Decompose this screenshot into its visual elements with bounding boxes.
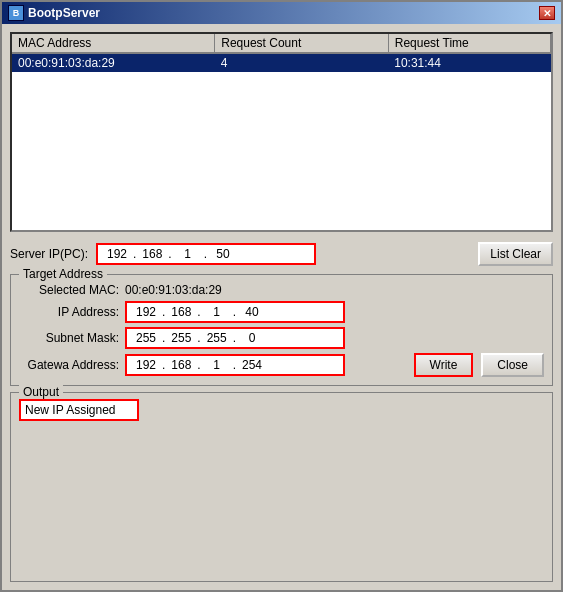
mac-table-container: MAC Address Request Count Request Time 0… bbox=[10, 32, 553, 232]
col-time: Request Time bbox=[388, 34, 550, 53]
server-ip-label: Server IP(PC): bbox=[10, 247, 88, 261]
cell-mac: 00:e0:91:03:da:29 bbox=[12, 53, 215, 72]
subnet-mask-label: Subnet Mask: bbox=[19, 331, 119, 345]
subnet-oct2[interactable] bbox=[166, 331, 196, 345]
gateway-label: Gatewa Address: bbox=[19, 358, 119, 372]
subnet-mask-field: . . . bbox=[125, 327, 345, 349]
subnet-mask-row: Subnet Mask: . . . bbox=[19, 327, 544, 349]
mac-table: MAC Address Request Count Request Time 0… bbox=[12, 34, 551, 72]
cell-time: 10:31:44 bbox=[388, 53, 550, 72]
gw-oct3[interactable] bbox=[202, 358, 232, 372]
list-clear-button[interactable]: List Clear bbox=[478, 242, 553, 266]
server-ip-oct4[interactable] bbox=[208, 247, 238, 261]
output-group: Output New IP Assigned bbox=[10, 392, 553, 582]
col-mac: MAC Address bbox=[12, 34, 215, 53]
ip-oct2[interactable] bbox=[166, 305, 196, 319]
server-ip-oct2[interactable] bbox=[137, 247, 167, 261]
cell-count: 4 bbox=[215, 53, 388, 72]
table-row[interactable]: 00:e0:91:03:da:29 4 10:31:44 bbox=[12, 53, 551, 72]
output-label: Output bbox=[19, 385, 63, 399]
subnet-oct4[interactable] bbox=[237, 331, 267, 345]
titlebar-left: B BootpServer bbox=[8, 5, 100, 21]
ip-address-field: . . . bbox=[125, 301, 345, 323]
window-title: BootpServer bbox=[28, 6, 100, 20]
table-header: MAC Address Request Count Request Time bbox=[12, 34, 551, 53]
write-button[interactable]: Write bbox=[414, 353, 474, 377]
ip-address-row: IP Address: . . . bbox=[19, 301, 544, 323]
window-close-button[interactable]: ✕ bbox=[539, 6, 555, 20]
main-window: B BootpServer ✕ MAC Address Request Coun… bbox=[0, 0, 563, 592]
main-content: MAC Address Request Count Request Time 0… bbox=[2, 24, 561, 590]
server-ip-oct3[interactable] bbox=[173, 247, 203, 261]
table-body: 00:e0:91:03:da:29 4 10:31:44 bbox=[12, 53, 551, 72]
server-ip-oct1[interactable] bbox=[102, 247, 132, 261]
server-ip-row: Server IP(PC): . . . List Clear bbox=[10, 242, 553, 266]
subnet-oct3[interactable] bbox=[202, 331, 232, 345]
selected-mac-value: 00:e0:91:03:da:29 bbox=[125, 283, 222, 297]
gw-oct1[interactable] bbox=[131, 358, 161, 372]
gw-oct2[interactable] bbox=[166, 358, 196, 372]
selected-mac-label: Selected MAC: bbox=[19, 283, 119, 297]
gateway-field: . . . bbox=[125, 354, 345, 376]
col-count: Request Count bbox=[215, 34, 388, 53]
titlebar: B BootpServer ✕ bbox=[2, 2, 561, 24]
output-text: New IP Assigned bbox=[19, 399, 139, 421]
selected-mac-row: Selected MAC: 00:e0:91:03:da:29 bbox=[19, 283, 544, 297]
ip-oct1[interactable] bbox=[131, 305, 161, 319]
target-address-group: Target Address Selected MAC: 00:e0:91:03… bbox=[10, 274, 553, 386]
ip-oct3[interactable] bbox=[202, 305, 232, 319]
app-icon: B bbox=[8, 5, 24, 21]
server-ip-field: . . . bbox=[96, 243, 316, 265]
gateway-row: Gatewa Address: . . . Write Close bbox=[19, 353, 544, 377]
ip-address-label: IP Address: bbox=[19, 305, 119, 319]
subnet-oct1[interactable] bbox=[131, 331, 161, 345]
gw-oct4[interactable] bbox=[237, 358, 267, 372]
close-button[interactable]: Close bbox=[481, 353, 544, 377]
target-address-label: Target Address bbox=[19, 267, 107, 281]
ip-oct4[interactable] bbox=[237, 305, 267, 319]
